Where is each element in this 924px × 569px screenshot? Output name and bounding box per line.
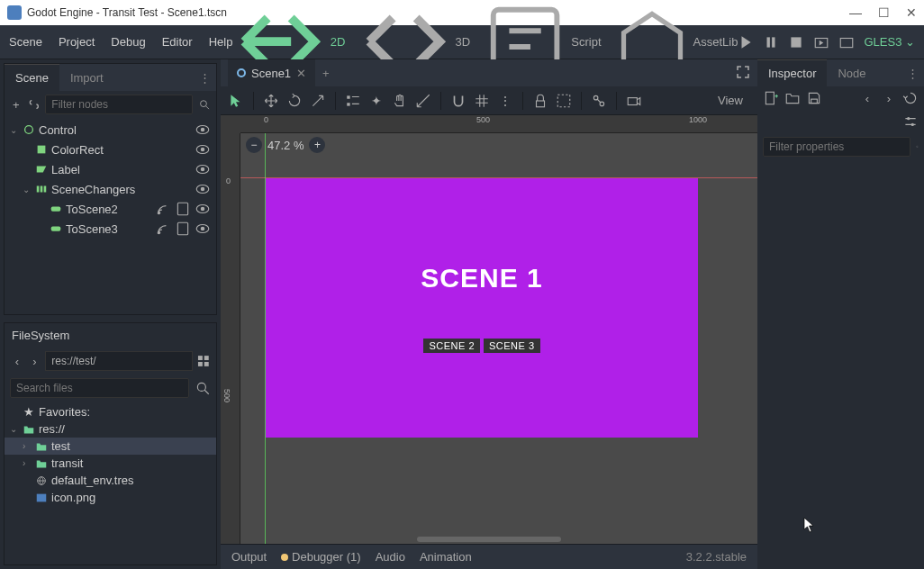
menu-project[interactable]: Project xyxy=(59,35,95,49)
ruler-tool[interactable] xyxy=(415,93,431,109)
settings-icon[interactable] xyxy=(902,113,919,130)
expand-toggle[interactable]: ⌄ xyxy=(23,185,32,194)
list-select-tool[interactable] xyxy=(345,93,361,109)
fs-root[interactable]: ⌄ res:// xyxy=(5,420,216,438)
view-menu[interactable]: View xyxy=(711,92,750,109)
distraction-free-button[interactable] xyxy=(736,65,750,82)
new-tab-button[interactable]: + xyxy=(315,67,337,80)
rotate-tool[interactable] xyxy=(286,93,303,109)
grid-snap-toggle[interactable] xyxy=(474,93,490,109)
close-tab-button[interactable]: ✕ xyxy=(296,67,306,80)
filter-properties-input[interactable] xyxy=(763,137,910,157)
signal-icon[interactable] xyxy=(155,201,171,217)
tab-output[interactable]: Output xyxy=(231,550,267,564)
history-back-button[interactable]: ‹ xyxy=(859,90,875,106)
visibility-icon[interactable] xyxy=(195,201,211,217)
ruler-vertical[interactable]: 0 500 xyxy=(221,133,240,544)
fs-favorites[interactable]: ★ Favorites: xyxy=(5,403,216,420)
search-files-input[interactable] xyxy=(10,378,189,398)
menu-help[interactable]: Help xyxy=(209,35,233,49)
zoom-in-button[interactable]: + xyxy=(309,137,325,153)
camera-button[interactable] xyxy=(626,93,642,109)
stop-button[interactable] xyxy=(788,34,804,50)
instance-button[interactable] xyxy=(28,96,41,113)
minimize-button[interactable]: — xyxy=(849,5,862,20)
node-toscene2[interactable]: ToScene2 xyxy=(5,199,216,219)
filter-nodes-input[interactable] xyxy=(45,95,193,114)
script-icon[interactable] xyxy=(175,221,191,237)
scene3-button[interactable]: SCENE 3 xyxy=(484,339,540,353)
maximize-button[interactable]: ☐ xyxy=(878,5,890,20)
svg-point-14 xyxy=(201,167,205,172)
scene-content[interactable]: SCENE 1 SCENE 2 SCENE 3 xyxy=(266,178,698,438)
tab-inspector[interactable]: Inspector xyxy=(757,59,827,86)
tab-scene[interactable]: Scene xyxy=(5,64,59,91)
nav-back-button[interactable]: ‹ xyxy=(10,353,24,369)
pan-tool[interactable] xyxy=(392,93,408,109)
group-button[interactable] xyxy=(556,93,572,109)
tab-audio[interactable]: Audio xyxy=(376,550,405,564)
scene2-button[interactable]: SCENE 2 xyxy=(423,339,480,353)
visibility-icon[interactable] xyxy=(195,161,211,177)
fs-test[interactable]: › test xyxy=(5,438,216,455)
select-tool[interactable] xyxy=(228,93,244,109)
zoom-out-button[interactable]: − xyxy=(246,137,262,153)
ruler-horizontal[interactable]: 0 500 1000 xyxy=(240,115,757,133)
zoom-value[interactable]: 47.2 % xyxy=(267,139,303,152)
resource-save-button[interactable] xyxy=(806,90,822,106)
nav-forward-button[interactable]: › xyxy=(28,353,42,369)
scale-tool[interactable] xyxy=(310,93,326,109)
pause-button[interactable] xyxy=(763,34,779,50)
node-toscene3[interactable]: ToScene3 xyxy=(5,219,216,239)
view-mode-button[interactable] xyxy=(196,353,211,369)
snap-toggle[interactable] xyxy=(450,93,467,109)
scene-panel-menu[interactable]: ⋮ xyxy=(194,71,216,85)
visibility-icon[interactable] xyxy=(195,122,211,138)
scene-tab-scene1[interactable]: Scene1 ✕ xyxy=(228,59,315,86)
scrollbar-horizontal[interactable] xyxy=(417,537,561,542)
signal-icon[interactable] xyxy=(155,221,171,237)
node-label[interactable]: Label xyxy=(5,159,216,179)
expand-toggle[interactable]: › xyxy=(23,441,32,451)
snap-config[interactable]: ⋮ xyxy=(497,93,513,109)
menu-debug[interactable]: Debug xyxy=(111,35,145,49)
tab-node[interactable]: Node xyxy=(827,59,876,86)
resource-new-button[interactable] xyxy=(763,90,779,106)
inspector-panel-menu[interactable]: ⋮ xyxy=(901,67,924,80)
close-button[interactable]: ✕ xyxy=(906,5,917,20)
move-tool[interactable] xyxy=(263,93,279,109)
path-input[interactable] xyxy=(45,351,193,371)
visibility-icon[interactable] xyxy=(195,181,211,197)
add-node-button[interactable]: + xyxy=(10,96,23,113)
expand-toggle[interactable]: ⌄ xyxy=(10,125,19,135)
script-icon[interactable] xyxy=(175,201,191,217)
bone-button[interactable] xyxy=(591,93,607,109)
tab-import[interactable]: Import xyxy=(59,64,114,91)
play-custom-button[interactable] xyxy=(838,34,855,50)
node-control[interactable]: ⌄ Control xyxy=(5,120,216,140)
node-scenechangers[interactable]: ⌄ SceneChangers xyxy=(5,179,216,199)
svg-rect-10 xyxy=(38,146,46,154)
node-colorrect[interactable]: ColorRect xyxy=(5,140,216,159)
fs-default-env[interactable]: default_env.tres xyxy=(5,472,216,489)
history-forward-button[interactable]: › xyxy=(881,90,897,106)
canvas-viewport[interactable]: 0 500 1000 0 500 − 47.2 % + SCENE 1 SCEN… xyxy=(221,115,757,544)
visibility-icon[interactable] xyxy=(195,221,211,237)
fs-transit[interactable]: › transit xyxy=(5,455,216,472)
tab-animation[interactable]: Animation xyxy=(420,550,472,564)
history-button[interactable] xyxy=(902,90,919,106)
visibility-icon[interactable] xyxy=(195,141,211,158)
menu-editor[interactable]: Editor xyxy=(162,35,193,49)
play-scene-button[interactable] xyxy=(813,34,829,50)
fs-icon-png[interactable]: icon.png xyxy=(5,489,216,506)
tab-debugger[interactable]: Debugger (1) xyxy=(281,550,361,564)
renderer-select[interactable]: GLES3 ⌄ xyxy=(864,35,915,49)
lock-button[interactable] xyxy=(532,93,548,109)
expand-toggle[interactable]: ⌄ xyxy=(10,424,19,434)
play-button[interactable] xyxy=(738,34,754,50)
resource-load-button[interactable] xyxy=(784,90,801,106)
menu-scene[interactable]: Scene xyxy=(9,35,42,49)
expand-toggle[interactable]: › xyxy=(23,458,32,468)
node-type-icon xyxy=(237,68,246,77)
pivot-tool[interactable]: ✦ xyxy=(368,93,385,109)
